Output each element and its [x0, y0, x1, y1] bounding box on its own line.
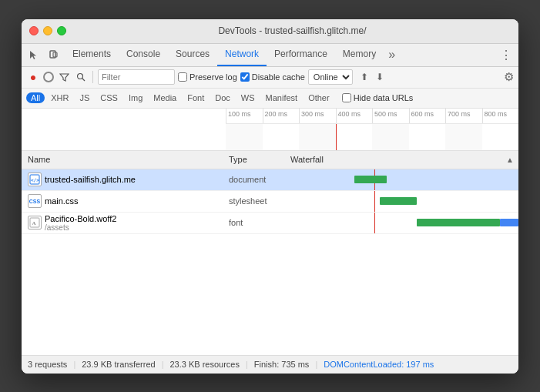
- wf-bar-2-blue: [500, 219, 518, 226]
- filter-input[interactable]: [102, 72, 171, 82]
- type-btn-all[interactable]: All: [26, 92, 45, 103]
- td-waterfall-2: [287, 213, 518, 233]
- more-tabs-button[interactable]: »: [384, 48, 400, 62]
- th-waterfall: Waterfall ▲: [287, 155, 518, 164]
- table-row[interactable]: </> trusted-sailfish.glitch.me document: [22, 169, 518, 191]
- device-icon[interactable]: [45, 45, 63, 64]
- type-btn-img[interactable]: Img: [124, 92, 147, 103]
- ruler-mark-400: 400 ms: [336, 109, 373, 123]
- type-filter-bar: All XHR JS CSS Img Media Font Doc WS Man…: [22, 89, 518, 109]
- type-btn-doc[interactable]: Doc: [210, 92, 235, 103]
- ruler-mark-300: 300 ms: [299, 109, 336, 123]
- ruler-mark-100: 100 ms: [226, 109, 263, 123]
- html-file-icon: </>: [28, 173, 42, 186]
- disable-cache-label[interactable]: Disable cache: [240, 72, 305, 82]
- divider: [92, 71, 93, 83]
- tab-elements[interactable]: Elements: [65, 43, 119, 66]
- td-waterfall-0: [287, 169, 518, 190]
- table-row[interactable]: A Pacifico-Bold.woff2 /assets font: [22, 213, 518, 234]
- type-btn-other[interactable]: Other: [304, 92, 334, 103]
- title-bar: DevTools - trusted-sailfish.glitch.me/: [22, 19, 518, 44]
- timeline-ruler: 100 ms 200 ms 300 ms 400 ms 500 ms 600 m…: [226, 109, 518, 124]
- filter-icon[interactable]: [57, 70, 71, 84]
- type-btn-js[interactable]: JS: [75, 92, 94, 103]
- timeline-band: [226, 124, 263, 150]
- devtools-window: DevTools - trusted-sailfish.glitch.me/ E…: [22, 19, 518, 374]
- timeline-band: [372, 124, 409, 150]
- td-type-1: stylesheet: [226, 196, 287, 206]
- row-1-name: main.css: [45, 196, 78, 206]
- minimize-button[interactable]: [43, 26, 52, 35]
- network-table: Name Type Waterfall ▲ </> trusted-sailfi…: [22, 151, 518, 355]
- td-waterfall-1: [287, 191, 518, 212]
- type-btn-font[interactable]: Font: [183, 92, 209, 103]
- wf-bar-1: [380, 197, 417, 205]
- hide-data-urls-checkbox[interactable]: [342, 93, 351, 102]
- hide-data-urls-label[interactable]: Hide data URLs: [342, 93, 414, 102]
- clear-button[interactable]: [43, 72, 54, 82]
- tab-network[interactable]: Network: [217, 43, 267, 66]
- svg-text:</>: </>: [31, 177, 39, 183]
- resources-size: 23.3 KB resources: [169, 360, 240, 369]
- settings-icon[interactable]: ⚙: [504, 70, 514, 84]
- td-name-1: CSS main.css: [22, 194, 226, 208]
- sep-4: |: [315, 360, 317, 369]
- css-file-icon: CSS: [28, 194, 42, 208]
- devtools-tabs: Elements Console Sources Network Perform…: [22, 44, 518, 67]
- throttle-select[interactable]: Online: [308, 69, 353, 85]
- record-button[interactable]: ●: [26, 70, 40, 84]
- ruler-mark-200: 200 ms: [263, 109, 300, 123]
- sep-1: |: [73, 360, 75, 369]
- table-row[interactable]: CSS main.css stylesheet: [22, 191, 518, 213]
- wf-red-line-2: [374, 213, 375, 233]
- disable-cache-checkbox[interactable]: [240, 72, 250, 82]
- type-btn-css[interactable]: CSS: [96, 92, 122, 103]
- ruler-mark-500: 500 ms: [372, 109, 409, 123]
- font-file-icon: A: [28, 216, 42, 230]
- filter-bar: ● Preserve log Disable cache Online ⬆ ⬇ …: [22, 67, 518, 89]
- type-btn-xhr[interactable]: XHR: [46, 92, 73, 103]
- th-type: Type: [226, 155, 287, 164]
- timeline-band: [445, 124, 482, 150]
- window-title: DevTools - trusted-sailfish.glitch.me/: [74, 25, 511, 36]
- td-name-0: </> trusted-sailfish.glitch.me: [22, 173, 226, 186]
- tab-memory[interactable]: Memory: [335, 43, 384, 66]
- preserve-log-label[interactable]: Preserve log: [178, 72, 237, 82]
- td-type-0: document: [226, 175, 287, 184]
- export-icon[interactable]: ⬇: [373, 70, 387, 84]
- maximize-button[interactable]: [57, 26, 66, 35]
- import-icon[interactable]: ⬆: [357, 70, 371, 84]
- timeline-band: [299, 124, 336, 150]
- svg-text:A: A: [32, 220, 36, 226]
- tab-sources[interactable]: Sources: [168, 43, 217, 66]
- type-btn-manifest[interactable]: Manifest: [261, 92, 303, 103]
- sep-3: |: [246, 360, 248, 369]
- wf-bar-2-green: [417, 219, 500, 226]
- row-2-name-sub: /assets: [45, 223, 116, 232]
- dom-content-loaded: DOMContentLoaded: 197 ms: [324, 360, 434, 369]
- transferred-size: 23.9 KB transferred: [82, 360, 155, 369]
- table-header: Name Type Waterfall ▲: [22, 151, 518, 169]
- preserve-log-checkbox[interactable]: [178, 72, 187, 82]
- requests-count: 3 requests: [28, 360, 67, 369]
- cursor-icon[interactable]: [25, 45, 43, 64]
- type-btn-media[interactable]: Media: [149, 92, 181, 103]
- svg-point-2: [77, 73, 82, 79]
- th-name: Name: [22, 155, 226, 164]
- close-button[interactable]: [29, 26, 39, 35]
- td-type-2: font: [226, 218, 287, 227]
- row-2-name: Pacifico-Bold.woff2: [45, 214, 116, 223]
- traffic-lights: [29, 26, 66, 35]
- filter-input-wrap: [98, 69, 175, 85]
- status-bar: 3 requests | 23.9 KB transferred | 23.3 …: [22, 355, 518, 374]
- timeline-content: [226, 124, 518, 150]
- tab-console[interactable]: Console: [119, 43, 168, 66]
- ruler-mark-700: 700 ms: [445, 109, 482, 123]
- timeline-red-line: [336, 124, 337, 150]
- ruler-mark-800: 800 ms: [482, 109, 519, 123]
- devtools-menu-icon[interactable]: ⋮: [497, 48, 515, 62]
- row-0-name: trusted-sailfish.glitch.me: [45, 175, 136, 184]
- tab-performance[interactable]: Performance: [267, 43, 335, 66]
- search-icon[interactable]: [74, 70, 88, 84]
- type-btn-ws[interactable]: WS: [236, 92, 260, 103]
